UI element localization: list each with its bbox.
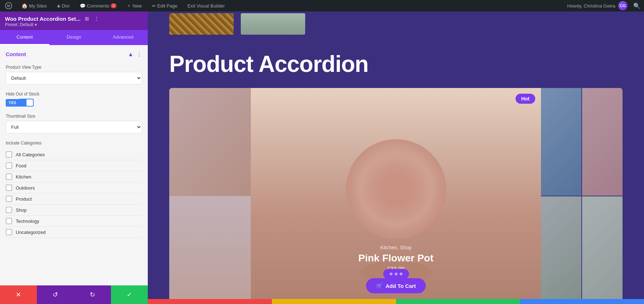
thumb-bowl	[241, 13, 305, 35]
category-shop-checkbox[interactable]	[6, 207, 12, 213]
tab-advanced[interactable]: Advanced	[98, 30, 148, 45]
category-shop[interactable]: Shop	[6, 205, 142, 216]
category-outdoors[interactable]: Outdoors	[6, 182, 142, 193]
panel-settings-icon[interactable]: ⊞	[84, 15, 90, 22]
edit-page-btn[interactable]: ✏ Edit Page	[150, 2, 180, 10]
settings-panel: Woo Product Accordion Set... ⊞ ⋮ Preset:…	[0, 11, 148, 304]
edit-page-label: Edit Page	[157, 3, 177, 9]
my-sites-menu[interactable]: 🏠 My Sites	[19, 1, 49, 10]
comments-menu[interactable]: 💬 Comments 0	[78, 2, 119, 10]
comments-icon: 💬	[80, 3, 86, 9]
thumb-plaid	[169, 13, 234, 35]
toggle-yes-label: YES	[6, 99, 19, 107]
category-technology-label: Technology	[16, 219, 39, 224]
include-categories-label: Include Categories	[6, 141, 142, 146]
category-uncategorized-checkbox[interactable]	[6, 229, 12, 235]
category-all-checkbox[interactable]	[6, 151, 12, 158]
product-view-type-select[interactable]: Default Grid List	[6, 72, 142, 84]
category-technology-checkbox[interactable]	[6, 218, 12, 224]
panel-header: Woo Product Accordion Set... ⊞ ⋮ Preset:…	[0, 11, 148, 30]
panel-preset[interactable]: Preset: Default ▾	[5, 22, 100, 27]
thumbnail-size-label: Thumbnail Size	[6, 114, 142, 119]
divi-label: Divi	[62, 3, 70, 9]
category-kitchen[interactable]: Kitchen	[6, 171, 142, 182]
panel-tabs: Content Design Advanced	[0, 30, 148, 45]
divi-icon: ◈	[57, 3, 60, 9]
preview-thumbnails	[148, 11, 644, 36]
category-all[interactable]: All Categories	[6, 149, 142, 160]
category-product-checkbox[interactable]	[6, 196, 12, 202]
category-kitchen-checkbox[interactable]	[6, 173, 12, 180]
avatar: CG	[618, 1, 628, 10]
divi-menu[interactable]: ◈ Divi	[55, 2, 72, 10]
user-menu[interactable]: Howdy, Christina Gwira CG	[567, 1, 628, 10]
dot-1	[390, 273, 392, 275]
exit-builder-label: Exit Visual Builder	[187, 3, 225, 9]
wp-logo-icon[interactable]: W	[4, 1, 14, 11]
category-technology[interactable]: Technology	[6, 216, 142, 227]
plus-icon: ＋	[127, 3, 131, 9]
category-food[interactable]: Food	[6, 160, 142, 171]
tab-content[interactable]: Content	[0, 30, 49, 45]
home-icon: 🏠	[21, 3, 28, 9]
hide-out-of-stock-toggle[interactable]: YES	[6, 99, 142, 107]
hot-badge: Hot	[516, 94, 535, 104]
category-product[interactable]: Product	[6, 193, 142, 205]
panel-body: Content ▲ ⋮ Product View Type Default Gr…	[0, 45, 148, 285]
hide-out-of-stock-label: Hide Out of Stock	[6, 92, 142, 97]
category-all-label: All Categories	[16, 152, 45, 157]
add-to-cart-button[interactable]: 🛒 Add To Cart	[366, 278, 426, 293]
include-categories-section: Include Categories All Categories Food K…	[0, 137, 148, 241]
bottom-toolbar: ✕ ↺ ↻ ✓	[0, 285, 148, 304]
category-kitchen-label: Kitchen	[16, 174, 31, 180]
hide-out-of-stock-field: Hide Out of Stock YES	[0, 88, 148, 110]
add-to-cart-label: Add To Cart	[386, 283, 416, 289]
category-outdoors-checkbox[interactable]	[6, 185, 12, 191]
cart-icon: 🛒	[376, 283, 383, 289]
page-title: Product Accordion	[169, 51, 623, 77]
save-button[interactable]: ✓	[111, 285, 148, 304]
my-sites-label: My Sites	[29, 3, 47, 9]
toggle-thumb	[26, 99, 33, 106]
product-view-type-label: Product View Type	[6, 65, 142, 70]
comments-label: Comments	[87, 3, 109, 9]
exit-builder-btn[interactable]: Exit Visual Builder	[185, 2, 227, 10]
category-product-label: Product	[16, 196, 32, 202]
product-name: Pink Flower Pot	[251, 252, 541, 264]
tab-design[interactable]: Design	[49, 30, 99, 45]
panel-title: Woo Product Accordion Set...	[5, 16, 80, 22]
comments-count: 0	[111, 3, 116, 8]
new-label: New	[133, 3, 142, 9]
carousel-dots	[383, 269, 409, 279]
product-category: Kitchen, Shop	[251, 245, 541, 250]
section-header: Content ▲ ⋮	[0, 45, 148, 61]
section-collapse-btn[interactable]: ▲	[128, 51, 133, 58]
thumbnail-size-select[interactable]: Full Medium Thumbnail	[6, 121, 142, 133]
cancel-button[interactable]: ✕	[0, 285, 37, 304]
product-accordion-header: Product Accordion	[148, 36, 644, 88]
dot-2	[395, 273, 397, 275]
section-menu-btn[interactable]: ⋮	[136, 51, 142, 58]
category-food-checkbox[interactable]	[6, 162, 12, 169]
redo-button[interactable]: ↻	[74, 285, 111, 304]
dot-3	[400, 273, 402, 275]
search-icon[interactable]: 🔍	[633, 3, 640, 9]
panel-menu-icon[interactable]: ⋮	[93, 15, 100, 22]
section-title: Content	[6, 51, 26, 57]
wp-admin-bar: W 🏠 My Sites ◈ Divi 💬 Comments 0 ＋ New ✏…	[0, 0, 644, 11]
slider-right-panel	[541, 88, 623, 304]
category-food-label: Food	[16, 163, 26, 168]
pencil-icon: ✏	[152, 3, 156, 9]
right-content-area: Product Accordion	[148, 11, 644, 304]
category-uncategorized[interactable]: Uncategorized	[6, 227, 142, 238]
category-outdoors-label: Outdoors	[16, 185, 35, 191]
product-view-type-field: Product View Type Default Grid List	[0, 61, 148, 88]
slider-left-panel	[169, 88, 251, 304]
category-uncategorized-label: Uncategorized	[16, 230, 46, 235]
undo-button[interactable]: ↺	[37, 285, 74, 304]
thumbnail-size-field: Thumbnail Size Full Medium Thumbnail	[0, 110, 148, 137]
toggle-track[interactable]	[19, 99, 34, 107]
new-menu[interactable]: ＋ New	[125, 1, 144, 10]
svg-text:W: W	[7, 4, 10, 8]
howdy-label: Howdy, Christina Gwira	[567, 3, 615, 9]
